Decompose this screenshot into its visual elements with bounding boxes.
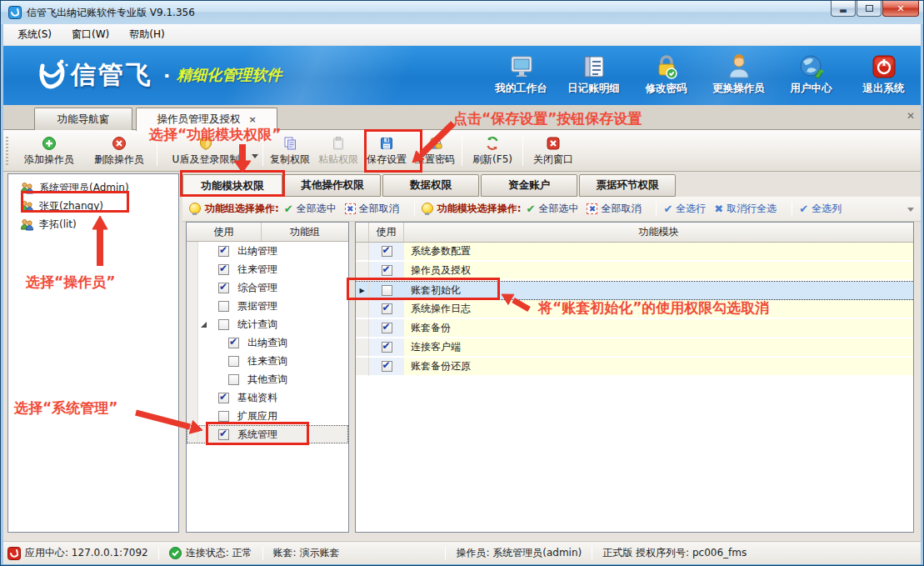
group-row[interactable]: 统计查询 [187,315,348,333]
use-cell[interactable] [369,358,404,377]
module-row[interactable]: 账套备份还原 [356,358,913,377]
use-checkbox[interactable] [382,323,392,333]
ops-separator [792,202,792,217]
menu-system[interactable]: 系统(S) [7,24,62,45]
use-column-header[interactable]: 使用 [187,223,262,241]
group-column-header[interactable]: 功能组 [262,223,348,241]
use-checkbox[interactable] [218,283,229,293]
select-all-cols-button[interactable]: ✔全选列 [799,202,842,216]
group-row[interactable]: 往来管理 [187,260,348,278]
close-button[interactable]: ✕ [882,1,919,17]
minimize-button[interactable]: ▬ [831,1,856,17]
tab-bill-stage-permission[interactable]: 票据环节权限 [579,174,676,197]
menu-window[interactable]: 窗口(W) [62,24,119,45]
menu-bar: 系统(S) 窗口(W) 帮助(H) [1,24,924,46]
use-cell[interactable] [369,338,404,358]
status-app-center: 应用中心: 127.0.0.1:7092 [7,546,148,560]
brand-slogan: 精细化管理软件 [177,65,282,85]
tab-function-navigator[interactable]: 功能导航窗 [34,108,132,130]
ops-separator [414,202,415,217]
pane-close-icon[interactable]: ✕ [907,110,915,122]
use-checkbox[interactable] [382,303,392,314]
use-checkbox[interactable] [218,411,229,422]
button-label: 刷新(F5) [472,153,512,167]
maximize-button[interactable] [857,1,882,17]
toolbar-grip[interactable] [6,137,8,165]
window-left-frame [1,24,3,564]
group-row-child[interactable]: 其他查询 [187,370,348,388]
group-row[interactable]: 出纳管理 [187,242,348,260]
unselect-all-rows-button[interactable]: ✖取消行全选 [714,202,777,216]
row-indicator [187,425,198,443]
workbench-button[interactable]: 我的工作台 [485,52,557,100]
row-indicator [187,297,198,315]
user-center-button[interactable]: 用户中心 [775,52,847,100]
window-title: 信管飞出纳记账软件专业版 V9.1.356 [27,6,195,20]
bulb-icon [422,203,432,215]
use-checkbox[interactable] [218,246,229,257]
use-checkbox[interactable] [228,338,239,348]
ushield-dropdown-caret-icon[interactable] [252,154,258,158]
select-all-rows-button[interactable]: ✔全选行 [663,202,706,216]
group-check-all-button[interactable]: ✔全部选中 [284,202,337,216]
use-checkbox[interactable] [228,374,239,385]
row-indicator [187,242,198,260]
journal-detail-button[interactable]: 日记账明细 [557,52,630,100]
expand-icon[interactable] [201,322,207,328]
close-window-button[interactable]: 关闭窗口 [526,130,581,171]
function-module-grid: 使用 功能模块 系统参数配置 操作员及授权 账套初始化 系统操作日志 账套备份 … [355,222,914,533]
module-row[interactable]: 连接客户端 [356,338,913,358]
use-checkbox[interactable] [218,393,229,403]
use-checkbox[interactable] [382,361,392,372]
use-cell[interactable] [369,300,404,319]
group-label: 票据管理 [237,299,277,313]
ops-overflow-caret-icon[interactable] [907,208,914,212]
module-ops-label: 功能模块选择操作: [437,202,522,216]
delete-operator-button[interactable]: 删除操作员 [84,130,154,171]
use-checkbox[interactable] [218,301,229,312]
module-row[interactable]: 账套备份 [356,319,913,338]
use-checkbox[interactable] [228,356,239,367]
tab-label: 其他操作权限 [302,178,364,193]
use-cell[interactable] [369,319,404,338]
exit-system-button[interactable]: 退出系统 [847,52,920,100]
group-row-child[interactable]: 往来查询 [187,352,348,370]
change-password-button[interactable]: 修改密码 [630,52,702,100]
use-cell[interactable] [369,243,404,262]
brand-name: 信管飞 [71,58,153,93]
tool-label: 日记账明细 [567,82,620,96]
row-indicator [187,315,198,333]
status-connection: 连接状态: 正常 [169,546,252,560]
module-row[interactable]: 系统参数配置 [356,243,913,262]
tab-fund-account[interactable]: 资金账户 [481,174,577,197]
switch-operator-button[interactable]: 更换操作员 [702,52,775,100]
use-checkbox[interactable] [218,319,229,330]
row-indicator [187,352,198,370]
use-column-header[interactable]: 使用 [369,223,404,242]
use-checkbox[interactable] [218,264,229,275]
module-uncheck-all-button[interactable]: ✖全部取消 [587,202,641,216]
use-checkbox[interactable] [382,342,392,353]
group-ops-label: 功能组选择操作: [205,202,279,216]
menu-help[interactable]: 帮助(H) [119,24,174,45]
tab-other-operation-permission[interactable]: 其他操作权限 [284,174,381,197]
tab-label: 数据权限 [410,178,452,193]
group-row[interactable]: 综合管理 [187,278,348,297]
module-column-header[interactable]: 功能模块 [404,223,913,242]
tab-label: 票据环节权限 [597,178,659,193]
group-uncheck-all-button[interactable]: ✖全部取消 [345,202,399,216]
use-checkbox[interactable] [382,246,392,257]
module-check-all-button[interactable]: ✔全部选中 [527,202,579,216]
operator-item-lituo[interactable]: 李拓(lit) [8,215,178,233]
use-checkbox[interactable] [382,265,392,276]
group-row-child[interactable]: 出纳查询 [187,333,348,352]
refresh-button[interactable]: 刷新(F5) [465,130,520,171]
group-label: 扩展应用 [237,409,277,423]
group-row[interactable]: 基础资料 [187,388,348,407]
annotation-box-system-management-row [206,422,309,445]
tab-close-icon[interactable]: × [248,114,256,125]
tab-data-permission[interactable]: 数据权限 [382,174,479,197]
group-row[interactable]: 票据管理 [187,297,348,315]
add-operator-button[interactable]: 添加操作员 [14,130,84,171]
bulb-icon [189,203,200,215]
